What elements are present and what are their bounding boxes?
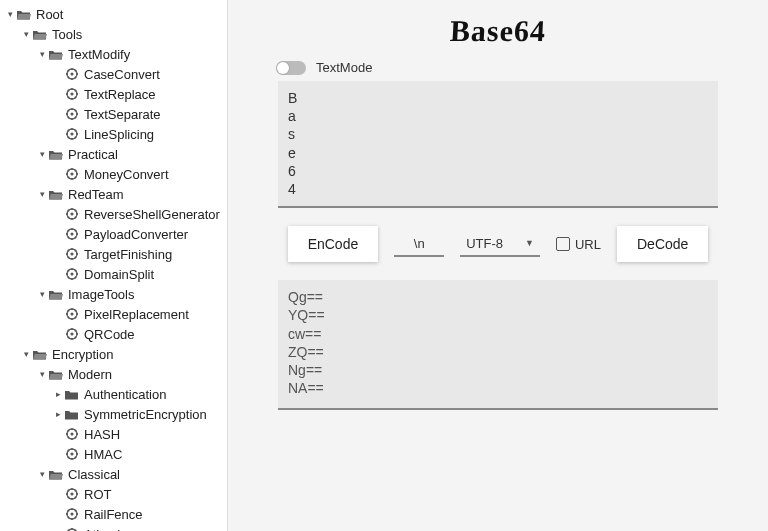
tree-label: TextSeparate — [84, 107, 161, 122]
tree-label: TargetFinishing — [84, 247, 172, 262]
tree-label: Encryption — [52, 347, 113, 362]
encoding-value: UTF-8 — [466, 236, 503, 251]
decode-button[interactable]: DeCode — [617, 226, 708, 262]
gear-icon — [64, 308, 80, 320]
tree-hash[interactable]: ▾HASH — [0, 424, 227, 444]
tree-label: CaseConvert — [84, 67, 160, 82]
folder-open-icon — [48, 189, 64, 200]
tree-label: RedTeam — [68, 187, 124, 202]
mode-row: TextMode — [276, 60, 372, 75]
gear-icon — [64, 428, 80, 440]
tree-label: QRCode — [84, 327, 135, 342]
tree-label: Classical — [68, 467, 120, 482]
tree-practical[interactable]: ▾Practical — [0, 144, 227, 164]
tree-label: PixelReplacement — [84, 307, 189, 322]
tree-encryption[interactable]: ▾Encryption — [0, 344, 227, 364]
tree-label: Tools — [52, 27, 82, 42]
tree-classical[interactable]: ▾Classical — [0, 464, 227, 484]
tree-label: PayloadConverter — [84, 227, 188, 242]
gear-icon — [64, 448, 80, 460]
tree-label: ImageTools — [68, 287, 134, 302]
textmode-toggle[interactable] — [276, 61, 306, 75]
url-checkbox[interactable]: URL — [556, 237, 601, 252]
output-textarea[interactable]: Qg== YQ== cw== ZQ== Ng== NA== — [278, 280, 718, 410]
tree-label: TextModify — [68, 47, 130, 62]
tree-qrcode[interactable]: ▾QRCode — [0, 324, 227, 344]
tree-label: TextReplace — [84, 87, 156, 102]
folder-closed-icon — [64, 389, 80, 400]
tree-linesplicing[interactable]: ▾LineSplicing — [0, 124, 227, 144]
tree-label: Root — [36, 7, 63, 22]
tree-label: Modern — [68, 367, 112, 382]
tree-label: Atbash — [84, 527, 124, 532]
folder-open-icon — [16, 9, 32, 20]
tree-tools[interactable]: ▾ Tools — [0, 24, 227, 44]
chevron-down-icon: ▾ — [4, 9, 16, 19]
tree-domainsplit[interactable]: ▾DomainSplit — [0, 264, 227, 284]
tree-label: DomainSplit — [84, 267, 154, 282]
checkbox-icon — [556, 237, 570, 251]
tree-label: LineSplicing — [84, 127, 154, 142]
encode-button[interactable]: EnCode — [288, 226, 379, 262]
tree-hmac[interactable]: ▾HMAC — [0, 444, 227, 464]
tree-label: HMAC — [84, 447, 122, 462]
folder-open-icon — [48, 49, 64, 60]
tree-textseparate[interactable]: ▾TextSeparate — [0, 104, 227, 124]
folder-open-icon — [48, 369, 64, 380]
tree-label: Practical — [68, 147, 118, 162]
encoding-select[interactable]: UTF-8 ▼ — [460, 232, 540, 257]
tree-symmetric[interactable]: ▸SymmetricEncryption — [0, 404, 227, 424]
tree-atbash[interactable]: ▾Atbash — [0, 524, 227, 531]
chevron-down-icon: ▾ — [36, 369, 48, 379]
gear-icon — [64, 248, 80, 260]
separator-input[interactable]: \n — [394, 232, 444, 257]
tree-rot[interactable]: ▾ROT — [0, 484, 227, 504]
tree-label: ReverseShellGenerator — [84, 207, 220, 222]
tree-label: Authentication — [84, 387, 166, 402]
tree-textmodify[interactable]: ▾ TextModify — [0, 44, 227, 64]
tree-caseconvert[interactable]: ▾CaseConvert — [0, 64, 227, 84]
tree-moneyconvert[interactable]: ▾MoneyConvert — [0, 164, 227, 184]
tree-label: HASH — [84, 427, 120, 442]
textmode-label: TextMode — [316, 60, 372, 75]
folder-open-icon — [32, 349, 48, 360]
tree-railfence[interactable]: ▾RailFence — [0, 504, 227, 524]
tree-label: RailFence — [84, 507, 143, 522]
controls-row: EnCode \n UTF-8 ▼ URL DeCode — [278, 226, 718, 262]
tree-root[interactable]: ▾ Root — [0, 4, 227, 24]
gear-icon — [64, 228, 80, 240]
gear-icon — [64, 488, 80, 500]
chevron-down-icon: ▾ — [36, 189, 48, 199]
tree-label: MoneyConvert — [84, 167, 169, 182]
gear-icon — [64, 328, 80, 340]
chevron-right-icon: ▸ — [52, 389, 64, 399]
chevron-right-icon: ▸ — [52, 409, 64, 419]
gear-icon — [64, 88, 80, 100]
tree-redteam[interactable]: ▾RedTeam — [0, 184, 227, 204]
gear-icon — [64, 508, 80, 520]
tree-payloadconv[interactable]: ▾PayloadConverter — [0, 224, 227, 244]
tree-pixelreplace[interactable]: ▾PixelReplacement — [0, 304, 227, 324]
tree-targetfinish[interactable]: ▾TargetFinishing — [0, 244, 227, 264]
tree-reverseshell[interactable]: ▾ReverseShellGenerator — [0, 204, 227, 224]
sidebar-tree[interactable]: ▾ Root ▾ Tools ▾ TextModify ▾CaseConvert… — [0, 0, 228, 531]
chevron-down-icon: ▾ — [36, 469, 48, 479]
tree-imagetools[interactable]: ▾ImageTools — [0, 284, 227, 304]
input-textarea[interactable]: B a s e 6 4 — [278, 81, 718, 208]
chevron-down-icon: ▾ — [36, 149, 48, 159]
main-panel: Base64 TextMode B a s e 6 4 EnCode \n UT… — [228, 0, 768, 531]
tree-modern[interactable]: ▾Modern — [0, 364, 227, 384]
folder-open-icon — [32, 29, 48, 40]
gear-icon — [64, 208, 80, 220]
page-title: Base64 — [449, 14, 547, 48]
gear-icon — [64, 168, 80, 180]
tree-authentication[interactable]: ▸Authentication — [0, 384, 227, 404]
folder-open-icon — [48, 149, 64, 160]
tree-textreplace[interactable]: ▾TextReplace — [0, 84, 227, 104]
chevron-down-icon: ▾ — [36, 49, 48, 59]
chevron-down-icon: ▾ — [36, 289, 48, 299]
chevron-down-icon: ▾ — [20, 349, 32, 359]
folder-open-icon — [48, 469, 64, 480]
gear-icon — [64, 128, 80, 140]
tree-label: ROT — [84, 487, 111, 502]
